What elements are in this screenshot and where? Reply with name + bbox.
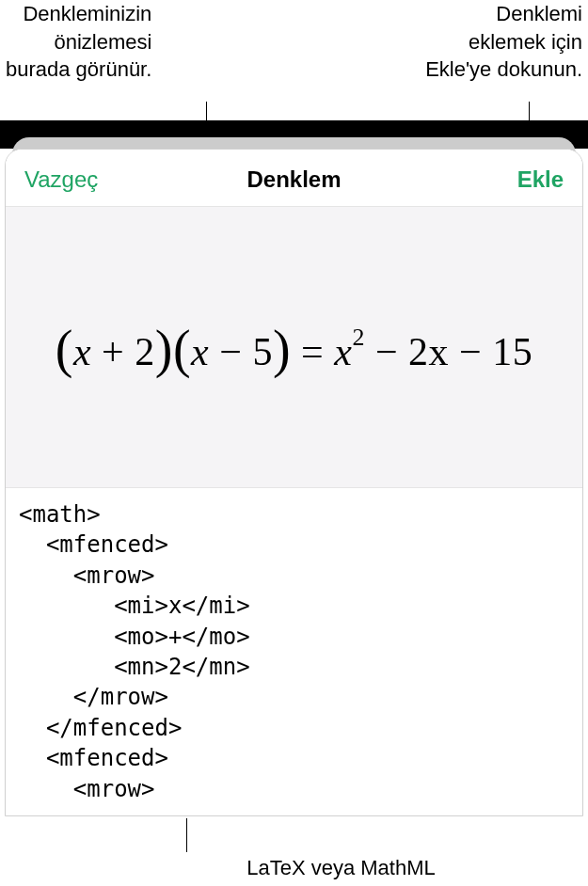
modal-title: Denklem [246,166,341,193]
equation-preview-area: (x + 2)(x − 5) = x2 − 2x − 15 [6,206,582,488]
equation-part: = [291,330,334,373]
equation-part: 2 [135,330,155,373]
callout-insert-text: Denklemi eklemek için Ekle'ye dokunun. [425,0,582,120]
callout-preview-text: Denkleminizin önizlemesi burada görünür. [6,0,151,120]
equation-preview: (x + 2)(x − 5) = x2 − 2x − 15 [56,317,533,377]
callout-input-text: LaTeX veya MathML [246,856,436,880]
equation-part: ) [155,320,173,378]
equation-part: 5 [252,330,273,373]
equation-part: x [191,330,209,373]
equation-part: x [334,330,352,373]
equation-part: − 2x − 15 [365,330,532,373]
equation-part: ( [56,320,73,378]
equation-input-area[interactable]: <math> <mfenced> <mrow> <mi>x</mi> <mo>+… [6,488,582,815]
equation-part: ( [173,320,191,378]
equation-source-code: <math> <mfenced> <mrow> <mi>x</mi> <mo>+… [19,499,569,804]
equation-part: ) [273,320,291,378]
callout-line [186,818,187,852]
equation-part: − [209,330,252,373]
equation-part: x [73,330,91,373]
insert-button[interactable]: Ekle [517,166,564,193]
equation-part: 2 [352,324,365,351]
equation-part: + [91,330,135,373]
modal-header: Vazgeç Denklem Ekle [6,150,582,206]
equation-modal: Vazgeç Denklem Ekle (x + 2)(x − 5) = x2 … [5,149,583,816]
cancel-button[interactable]: Vazgeç [24,166,98,193]
